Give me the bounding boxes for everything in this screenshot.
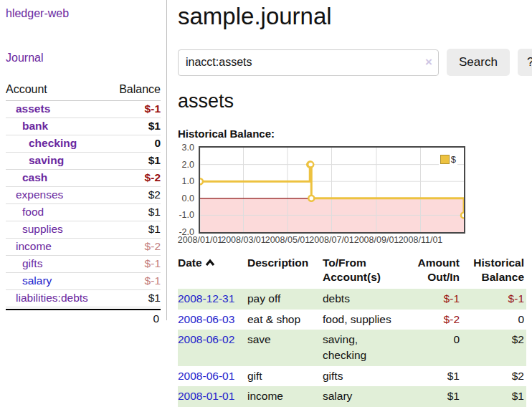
transaction-accounts: gifts — [323, 366, 407, 387]
account-balance: $-1 — [145, 102, 161, 115]
sidebar-account-income[interactable]: income — [16, 240, 52, 253]
table-row: bank $1 — [6, 118, 161, 135]
register-table: Date Description To/From Account(s) Amou… — [178, 256, 526, 407]
transaction-description: save — [247, 330, 323, 365]
transaction-accounts: food, supplies — [323, 310, 407, 330]
transaction-date-link[interactable]: 2008-12-31 — [178, 292, 234, 305]
sidebar-account-supplies[interactable]: supplies — [22, 223, 63, 236]
accounts-header-account: Account — [6, 83, 47, 96]
account-balance: $-2 — [145, 171, 161, 184]
sidebar-account-saving[interactable]: saving — [29, 154, 64, 167]
transaction-amount: 0 — [407, 330, 462, 365]
column-header-tofrom: To/From Account(s) — [323, 256, 407, 289]
transaction-balance: 0 — [462, 310, 526, 330]
account-balance: 0 — [154, 137, 161, 150]
account-balance: $1 — [148, 120, 161, 133]
transaction-date-link[interactable]: 2008-06-01 — [178, 370, 234, 382]
transaction-balance: $2 — [462, 330, 526, 365]
table-row: liabilities:debts $1 — [6, 290, 161, 307]
transaction-description: eat & shop — [247, 310, 323, 330]
table-row: salary $-1 — [6, 273, 161, 290]
search-input[interactable] — [178, 49, 439, 76]
transaction-balance: $2 — [462, 366, 526, 387]
transaction-balance: $-1 — [462, 289, 526, 310]
main-content: sample.journal × Search ? assets Histori… — [167, 0, 532, 407]
y-tick-label: 1.0 — [182, 176, 194, 186]
chart-plot-area: $ — [199, 146, 465, 234]
chart-svg — [200, 148, 464, 232]
sidebar-account-liabilities-debts[interactable]: liabilities:debts — [16, 292, 88, 305]
sidebar-account-salary[interactable]: salary — [22, 274, 52, 287]
column-header-amount: Amount Out/In — [407, 256, 462, 289]
register-header-row: Date Description To/From Account(s) Amou… — [178, 256, 526, 289]
sidebar-account-assets[interactable]: assets — [16, 102, 50, 115]
transaction-accounts: saving, checking — [323, 330, 407, 365]
chart-x-labels: 2008/01/012008/03/012008/05/012008/07/01… — [178, 234, 532, 246]
accounts-header-balance: Balance — [119, 83, 161, 96]
sidebar-account-expenses[interactable]: expenses — [16, 188, 63, 201]
sort-ascending-icon — [205, 259, 215, 267]
y-tick-label: 2.0 — [182, 160, 194, 170]
table-row: expenses $2 — [6, 187, 161, 204]
account-balance: $-1 — [145, 274, 161, 287]
sidebar-account-gifts[interactable]: gifts — [22, 257, 42, 270]
table-row: 2008-01-01 income salary $1 $1 — [178, 386, 526, 407]
table-row: supplies $1 — [6, 221, 161, 239]
account-balance: $1 — [148, 154, 161, 167]
sidebar-item-journal[interactable]: Journal — [6, 52, 161, 64]
legend-label: $ — [451, 154, 456, 165]
search-form: × Search ? — [178, 49, 532, 76]
account-balance: $-2 — [145, 240, 161, 253]
sidebar-account-checking[interactable]: checking — [29, 137, 77, 150]
page-title: sample.journal — [178, 3, 532, 30]
app-brand-link[interactable]: hledger-web — [6, 7, 161, 20]
transaction-date-link[interactable]: 2008-01-01 — [178, 390, 234, 402]
clear-search-icon[interactable]: × — [425, 55, 432, 70]
sidebar-account-cash[interactable]: cash — [22, 171, 47, 184]
transaction-amount: $-2 — [407, 310, 462, 330]
transaction-balance: $1 — [462, 386, 526, 407]
search-box: × — [178, 49, 439, 76]
table-row: 2008-06-02 save saving, checking 0 $2 — [178, 330, 526, 365]
transaction-amount: $-1 — [407, 289, 462, 310]
help-button[interactable]: ? — [518, 49, 532, 76]
sidebar: hledger-web Journal Account Balance asse… — [0, 0, 167, 320]
transaction-amount: $1 — [407, 366, 462, 387]
sidebar-account-bank[interactable]: bank — [22, 120, 48, 133]
transaction-amount: $1 — [407, 386, 462, 407]
search-button[interactable]: Search — [447, 49, 510, 76]
column-header-balance: Historical Balance — [462, 256, 526, 289]
transaction-description: pay off — [247, 289, 323, 310]
table-row: 2008-06-01 gift gifts $1 $2 — [178, 366, 526, 387]
transaction-accounts: debts — [323, 289, 407, 310]
y-tick-label: 3.0 — [182, 143, 194, 153]
x-tick-label: 2008/11/01 — [392, 235, 450, 245]
column-header-description: Description — [247, 256, 323, 289]
accounts-total: 0 — [6, 309, 161, 327]
account-balance: $1 — [148, 206, 161, 219]
balance-chart: 3.02.01.00.0-1.0-2.0 $ — [178, 146, 465, 234]
y-tick-label: -1.0 — [179, 210, 194, 220]
chart-title: Historical Balance: — [178, 128, 532, 140]
account-balance: $2 — [148, 188, 161, 201]
table-row: food $1 — [6, 204, 161, 221]
account-balance: $1 — [148, 223, 161, 236]
accounts-table-header: Account Balance — [6, 82, 161, 101]
table-row: cash $-2 — [6, 170, 161, 187]
transaction-date-link[interactable]: 2008-06-02 — [178, 333, 234, 345]
account-balance: $-1 — [145, 257, 161, 270]
account-balance: $1 — [148, 292, 161, 305]
table-row: gifts $-1 — [6, 256, 161, 273]
table-row: 2008-06-03 eat & shop food, supplies $-2… — [178, 310, 526, 330]
column-header-date-sort[interactable]: Date — [178, 256, 247, 289]
table-row: checking 0 — [6, 135, 161, 153]
account-heading: assets — [178, 90, 532, 112]
transaction-date-link[interactable]: 2008-06-03 — [178, 313, 234, 325]
table-row: 2008-12-31 pay off debts $-1 $-1 — [178, 289, 526, 310]
table-row: saving $1 — [6, 153, 161, 170]
table-row: assets $-1 — [6, 101, 161, 118]
sidebar-account-food[interactable]: food — [22, 206, 44, 219]
transaction-accounts: salary — [323, 386, 407, 407]
transaction-description: income — [247, 386, 323, 407]
page: hledger-web Journal Account Balance asse… — [0, 0, 532, 407]
